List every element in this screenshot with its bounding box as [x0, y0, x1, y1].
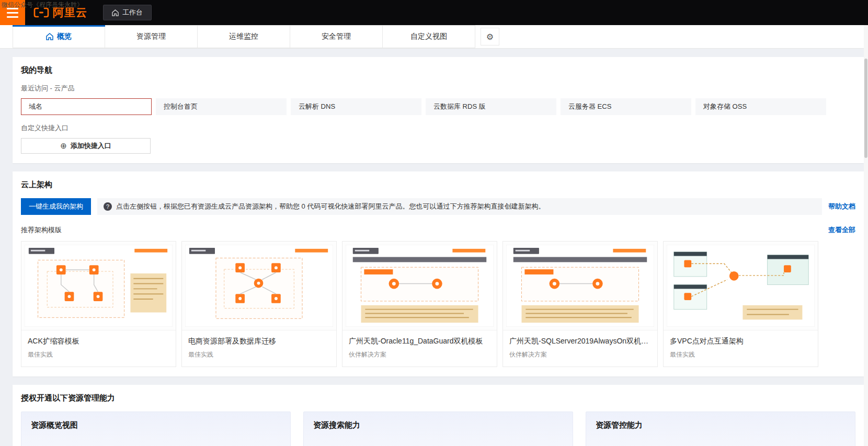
template-cards-row: ACK扩缩容模板 最佳实践 — [21, 241, 855, 367]
tab-label: 资源管理 — [136, 32, 166, 41]
gear-icon: ⚙ — [486, 32, 494, 42]
template-tag: 伙伴解决方案 — [503, 347, 657, 367]
section-title: 授权开通以下资源管理能力 — [21, 393, 855, 403]
architecture-thumbnail — [21, 242, 176, 330]
template-card-multi-vpc[interactable]: 多VPC点对点互通架构 最佳实践 — [663, 241, 818, 367]
templates-header-row: 推荐架构模版 查看全部 — [21, 225, 855, 235]
auth-card-title: 资源搜索能力 — [313, 420, 563, 430]
template-card-oracle-dataguard[interactable]: 广州天凯-Oracle11g_DataGuard双机模板 伙伴解决方案 — [342, 241, 497, 367]
architecture-hint-text: 点击左侧按钮，根据您已有资源生成云产品资源架构，帮助您 0 代码可视化快速部署阿… — [116, 202, 545, 211]
template-title: 电商资源部署及数据库迁移 — [182, 330, 336, 347]
tab-settings-button[interactable]: ⚙ — [481, 28, 499, 45]
workbench-label: 工作台 — [122, 8, 143, 17]
recent-item-label: 云服务器 ECS — [568, 102, 611, 111]
tab-label: 概览 — [57, 32, 72, 41]
add-shortcut-button[interactable]: ⊕ 添加快捷入口 — [21, 138, 151, 154]
template-tag: 最佳实践 — [21, 347, 176, 367]
tab-resource-management[interactable]: 资源管理 — [105, 25, 198, 48]
templates-label: 推荐架构模版 — [21, 225, 62, 235]
generate-architecture-button[interactable]: 一键生成我的架构 — [21, 198, 91, 215]
recent-item-label: 对象存储 OSS — [703, 102, 747, 111]
tab-label: 运维监控 — [229, 32, 258, 41]
section-title: 云上架构 — [21, 180, 855, 190]
help-doc-link[interactable]: 帮助文档 — [828, 202, 855, 211]
recent-items-row: 域名 控制台首页 云解析 DNS 云数据库 RDS 版 云服务器 ECS 对象存… — [21, 98, 855, 115]
tab-ops-monitoring[interactable]: 运维监控 — [198, 25, 290, 48]
custom-shortcut-label: 自定义快捷入口 — [21, 123, 855, 133]
tab-security-management[interactable]: 安全管理 — [290, 25, 383, 48]
template-card-sqlserver-alwayson[interactable]: 广州天凯-SQLServer2019AlwaysOn双机集群版 伙伴解决方案 — [502, 241, 658, 367]
template-card-ack[interactable]: ACK扩缩容模板 最佳实践 — [21, 241, 176, 367]
template-tag: 伙伴解决方案 — [342, 347, 497, 367]
console-tab-bar: 概览 资源管理 运维监控 安全管理 自定义视图 ⚙ — [0, 25, 868, 49]
recent-item-label: 云解析 DNS — [299, 102, 335, 111]
authorize-section: 授权开通以下资源管理能力 资源概览视图 资源搜索能力 资源管控能力 — [13, 385, 864, 446]
auth-card-resource-overview[interactable]: 资源概览视图 — [21, 411, 291, 446]
tab-label: 安全管理 — [322, 32, 351, 41]
scrollbar-thumb[interactable] — [864, 59, 867, 158]
recent-item-dns[interactable]: 云解析 DNS — [291, 98, 421, 115]
template-card-ecommerce[interactable]: 电商资源部署及数据库迁移 最佳实践 — [181, 241, 337, 367]
add-shortcut-label: 添加快捷入口 — [71, 141, 111, 151]
tab-label: 自定义视图 — [410, 32, 447, 41]
plus-circle-icon: ⊕ — [60, 141, 67, 151]
template-title: 广州天凯-Oracle11g_DataGuard双机模板 — [342, 330, 497, 347]
recent-visited-label: 最近访问 - 云产品 — [21, 84, 855, 93]
my-navigation-section: 我的导航 最近访问 - 云产品 域名 控制台首页 云解析 DNS 云数据库 RD… — [13, 57, 864, 163]
auth-card-resource-search[interactable]: 资源搜索能力 — [303, 411, 573, 446]
view-all-link[interactable]: 查看全部 — [828, 225, 855, 235]
architecture-hint-strip: ? 点击左侧按钮，根据您已有资源生成云产品资源架构，帮助您 0 代码可视化快速部… — [97, 198, 822, 215]
home-icon — [46, 33, 53, 40]
top-bar: 阿里云 工作台 微信公众号《程序员朱永胜》 — [0, 0, 868, 25]
architecture-thumbnail — [182, 242, 336, 330]
auth-card-title: 资源概览视图 — [31, 420, 281, 430]
architecture-action-row: 一键生成我的架构 ? 点击左侧按钮，根据您已有资源生成云产品资源架构，帮助您 0… — [21, 198, 855, 215]
home-icon — [112, 9, 119, 16]
recent-item-ecs[interactable]: 云服务器 ECS — [561, 98, 691, 115]
authorize-cards-row: 资源概览视图 资源搜索能力 资源管控能力 — [21, 411, 855, 446]
recent-item-label: 云数据库 RDS 版 — [433, 102, 486, 111]
recent-item-label: 控制台首页 — [164, 102, 198, 111]
recent-item-oss[interactable]: 对象存储 OSS — [695, 98, 826, 115]
template-title: ACK扩缩容模板 — [21, 330, 176, 347]
auth-card-resource-control[interactable]: 资源管控能力 — [586, 411, 855, 446]
template-tag: 最佳实践 — [664, 347, 818, 367]
template-title: 广州天凯-SQLServer2019AlwaysOn双机集群版 — [503, 330, 657, 347]
recent-item-label: 域名 — [29, 102, 42, 111]
help-question-icon: ? — [104, 202, 112, 211]
architecture-thumbnail — [342, 242, 497, 330]
recent-item-rds[interactable]: 云数据库 RDS 版 — [426, 98, 556, 115]
template-title: 多VPC点对点互通架构 — [664, 330, 818, 347]
workbench-button[interactable]: 工作台 — [103, 5, 152, 20]
watermark-text: 微信公众号《程序员朱永胜》 — [2, 1, 83, 9]
recent-item-console-home[interactable]: 控制台首页 — [156, 98, 287, 115]
auth-card-title: 资源管控能力 — [596, 420, 846, 430]
template-tag: 最佳实践 — [182, 347, 336, 367]
architecture-thumbnail — [503, 242, 657, 330]
section-title: 我的导航 — [21, 65, 855, 75]
recent-item-domain[interactable]: 域名 — [21, 98, 152, 115]
vertical-scrollbar[interactable] — [864, 25, 868, 446]
tab-overview[interactable]: 概览 — [13, 25, 105, 48]
architecture-thumbnail — [664, 242, 818, 330]
tab-custom-view[interactable]: 自定义视图 — [383, 25, 475, 48]
cloud-architecture-section: 云上架构 一键生成我的架构 ? 点击左侧按钮，根据您已有资源生成云产品资源架构，… — [13, 171, 864, 376]
